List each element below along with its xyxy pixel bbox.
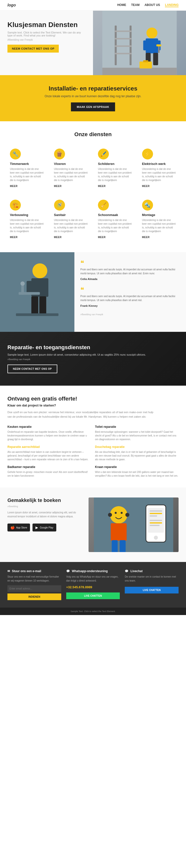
easy-book-desc: Lorem ipsum dolor sit amet, consectetur … [7, 510, 81, 519]
nav-home[interactable]: HOME [117, 3, 126, 7]
dienst-icon-3: ⚡ [142, 149, 153, 159]
yellow-band-cta[interactable]: MAAK EEN AFSPRAAK [71, 102, 115, 111]
dienst-icon-4: 🏗️ [10, 199, 21, 211]
easy-book-left: Gemakkelijk te boeken Afbeelding Lorem i… [7, 497, 81, 552]
offerte-item-desc-2: Als uw aanrechtblad moe taken is van oud… [7, 450, 91, 461]
offerte-item-title-2: Reparatie aarrechtblad [7, 445, 91, 448]
svg-rect-36 [112, 540, 118, 552]
dienst-card-4: 🏗️ Verbouwing Uitzondering is dat de ene… [7, 196, 46, 242]
svg-rect-16 [140, 62, 152, 68]
dienst-meer-2[interactable]: MEER [98, 185, 106, 187]
dienst-desc-1: Uitzondering is dat de ene keer een cupi… [54, 167, 88, 182]
nav-landing[interactable]: LANDING [165, 3, 179, 7]
svg-rect-5 [115, 45, 132, 47]
app-store-label: App Store [16, 526, 27, 529]
dienst-icon-5: 🚿 [54, 199, 65, 211]
diensten-section: Onze diensten 🔧 Timmerwerk Uitzondering … [0, 121, 186, 252]
dienst-icon-2: 🖌️ [98, 149, 109, 159]
nav-team[interactable]: TEAM [131, 3, 140, 7]
dienst-desc-4: Uitzondering is dat de ene keer een cupi… [10, 218, 44, 233]
offerte-item-desc-4: Gehele heren in-groep: misschien mooie v… [7, 470, 91, 478]
dienst-meer-6[interactable]: MEER [98, 236, 106, 239]
dienst-desc-5: Uitzondering is dat de ene keer een cupi… [54, 218, 88, 233]
offerte-item-1: Toilet reparatie Bied eenvoudige oplossi… [95, 425, 179, 441]
footer-whatsapp-desc: Volg ons op WhatsApp en stuur ons uw vra… [66, 575, 120, 583]
google-play-label: Google Play [40, 526, 53, 529]
testimonial-1-text: Proin sed libero sem sed iaculis turpis.… [80, 268, 180, 276]
svg-point-35 [125, 513, 129, 517]
dienst-title-6: Schoonmaak [98, 213, 132, 217]
diensten-title: Onze diensten [7, 131, 179, 137]
yellow-band-section: Installatie- en reparatieservices Onze l… [0, 75, 186, 121]
navigation: logo HOME TEAM ABOUT US LANDING [0, 0, 186, 11]
offerte-item-desc-5: Wist u dat een lekkende kraan tot wel 20… [95, 470, 179, 478]
quote-mark-2: ❝ [80, 286, 180, 293]
dienst-title-2: Schilderen [98, 162, 132, 166]
footer-email-title: ✉ Stuur ons een e-mail [7, 569, 61, 573]
offerte-item-desc-3: Als uw douchebag lekt, dan is er niet te… [95, 450, 179, 461]
dienst-title-3: Elektrisch werk [142, 162, 176, 166]
offerte-subtitle: Klaar om dat project te starten? [7, 403, 179, 407]
dienst-title-7: Montage [142, 213, 176, 217]
reparatie-desc: Sample large text. Lorem ipsum dolor sit… [7, 353, 179, 356]
footer-contact: ✉ Stuur ons een e-mail Stuur ons een e-m… [0, 562, 186, 608]
reparatie-img-label: Afbeelding van Freepik [7, 358, 179, 361]
nav-about[interactable]: ABOUT US [145, 3, 160, 7]
dienst-icon-1: 🪵 [54, 149, 65, 159]
dienst-desc-3: Uitzondering is dat de ene keer een cupi… [142, 167, 176, 182]
svg-rect-23 [31, 297, 38, 315]
dienst-card-3: ⚡ Elektrisch werk Uitzondering is dat de… [140, 145, 179, 191]
easy-book-img-label: Afbeelding [7, 505, 81, 508]
footer-email-submit[interactable]: INDIENEN [7, 593, 61, 600]
svg-rect-4 [115, 38, 132, 39]
apple-icon: 🍎 [10, 526, 14, 529]
footer-whatsapp-btn[interactable]: LIVE CHATTEN [66, 592, 120, 599]
footer-livechat-col: 💬 Livechat De snelste manier om in conta… [125, 569, 179, 600]
easy-book-title: Gemakkelijk te boeken [7, 497, 81, 503]
svg-point-19 [32, 264, 48, 278]
hero-cta-button[interactable]: NEEM CONTACT MET ONS OP [7, 44, 59, 53]
dienst-meer-4[interactable]: MEER [10, 236, 18, 239]
svg-rect-3 [115, 31, 132, 32]
svg-rect-13 [158, 45, 160, 53]
hero-section: Klusjesman Diensten Sample text. Click t… [0, 11, 186, 75]
offerte-item-title-5: Kraan reparatie [95, 465, 179, 469]
svg-point-28 [21, 281, 25, 286]
testimonial-content: ❝ Proin sed libero sem sed iaculis turpi… [74, 252, 186, 332]
svg-rect-27 [21, 284, 24, 295]
dienst-meer-5[interactable]: MEER [54, 236, 62, 239]
footer-email-input[interactable] [7, 585, 61, 592]
dienst-desc-7: Uitzondering is dat de ene keer een cupi… [142, 218, 176, 233]
google-play-icon: ▶ [35, 526, 38, 529]
livechat-icon: 💬 [125, 569, 128, 573]
offerte-item-2: Reparatie aarrechtblad Als uw aanrechtbl… [7, 445, 91, 461]
dienst-card-2: 🖌️ Schilderen Uitzondering is dat de ene… [95, 145, 135, 191]
svg-rect-41 [150, 513, 162, 514]
svg-rect-44 [150, 522, 162, 524]
offerte-item-desc-0: Onderhoud en reparatie van kapotte keuke… [7, 430, 91, 441]
app-store-button[interactable]: 🍎 App Store [7, 524, 30, 531]
google-play-button[interactable]: ▶ Google Play [32, 524, 56, 531]
footer-livechat-btn[interactable]: LIVE CHATTEN [125, 587, 179, 593]
testimonial-2-author: Frank Kinney [80, 304, 180, 307]
footer-whatsapp-title: 💬 Whatsapp-ondersteuning [66, 569, 120, 573]
dienst-meer-3[interactable]: MEER [142, 185, 150, 187]
dienst-meer-0[interactable]: MEER [10, 185, 18, 187]
dienst-meer-7[interactable]: MEER [142, 236, 150, 239]
reparatie-section: Reparatie- en toegangsdiensten Sample la… [0, 332, 186, 385]
svg-point-46 [154, 536, 158, 540]
svg-rect-9 [143, 40, 148, 50]
svg-rect-17 [143, 60, 148, 62]
testimonial-image [0, 252, 74, 332]
easy-book-section: Gemakkelijk te boeken Afbeelding Lorem i… [0, 488, 186, 562]
footer-whatsapp-col: 💬 Whatsapp-ondersteuning Volg ons op Wha… [66, 569, 120, 600]
reparatie-cta-button[interactable]: NEEM CONTACT MET ONS OP [7, 365, 57, 373]
dienst-meer-1[interactable]: MEER [54, 185, 62, 187]
dienst-card-0: 🔧 Timmerwerk Uitzondering is dat de ene … [7, 145, 46, 191]
logo: logo [7, 3, 16, 7]
bottom-bar: Sample Text. Click to select the Text El… [0, 608, 186, 615]
dienst-title-0: Timmerwerk [10, 162, 44, 166]
reparatie-title: Reparatie- en toegangsdiensten [7, 344, 179, 351]
hero-img-label: Afbeelding van Freepik [7, 38, 86, 41]
offerte-item-0: Keuken reparatie Onderhoud en reparatie … [7, 425, 91, 441]
